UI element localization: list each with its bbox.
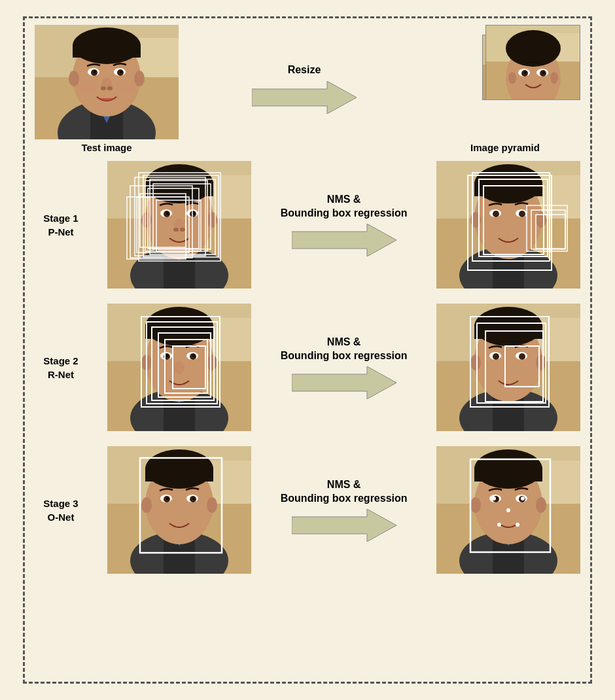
svg-point-207 <box>516 523 519 527</box>
svg-point-23 <box>116 80 136 94</box>
pyramid-col: Image pyramid <box>430 25 580 153</box>
svg-point-133 <box>207 355 217 370</box>
stage3-right-col <box>436 446 580 574</box>
svg-point-19 <box>107 86 113 90</box>
svg-point-157 <box>536 355 546 370</box>
svg-marker-24 <box>252 81 357 114</box>
stage3-input-box <box>107 446 251 574</box>
stage2-input-box <box>107 304 251 431</box>
stage3-arrow-area: NMS & Bounding box regression <box>272 478 416 542</box>
resize-arrow-area: Resize <box>232 63 376 114</box>
svg-point-201 <box>536 497 546 513</box>
stage2-label: Stage 2 R-Net <box>35 354 87 381</box>
svg-rect-100 <box>474 182 542 196</box>
svg-marker-140 <box>292 366 396 399</box>
svg-point-206 <box>497 523 501 527</box>
svg-point-57 <box>550 72 558 84</box>
stage3-left-col <box>107 446 251 574</box>
stage3-arrow <box>292 509 396 542</box>
resize-label: Resize <box>288 63 321 77</box>
svg-point-129 <box>166 355 169 357</box>
image-pyramid-caption: Image pyramid <box>470 142 540 153</box>
svg-point-177 <box>166 497 169 500</box>
svg-point-55 <box>542 71 545 74</box>
stage1-arrow-area: NMS & Bounding box regression <box>272 193 416 257</box>
stage1-nms-label: NMS & Bounding box regression <box>281 193 408 220</box>
svg-point-73 <box>166 212 169 215</box>
svg-point-178 <box>192 497 195 500</box>
svg-point-56 <box>508 72 516 84</box>
svg-point-130 <box>192 355 195 357</box>
test-image-caption: Test image <box>81 142 132 153</box>
stage1-left-col <box>107 161 251 289</box>
svg-point-200 <box>470 497 481 513</box>
svg-point-154 <box>493 353 499 360</box>
svg-point-179 <box>141 497 152 513</box>
row-1: Test image Resize <box>35 28 580 149</box>
stage1-output-box <box>436 161 580 289</box>
stage3-output-box <box>436 446 580 574</box>
stage2-output-box <box>436 304 580 431</box>
svg-point-104 <box>519 211 525 217</box>
svg-rect-172 <box>145 467 213 481</box>
stage2-left-col <box>107 304 251 431</box>
stage3-nms-label: NMS & Bounding box regression <box>281 478 408 506</box>
stage2-arrow-area: NMS & Bounding box regression <box>272 336 416 400</box>
svg-point-16 <box>120 71 122 73</box>
svg-point-131 <box>174 361 184 374</box>
svg-rect-193 <box>474 467 542 481</box>
svg-point-22 <box>77 80 97 94</box>
svg-point-204 <box>521 497 525 500</box>
svg-point-203 <box>492 497 496 500</box>
svg-point-103 <box>493 211 499 217</box>
stage2-right-col <box>436 304 580 431</box>
svg-point-76 <box>173 228 179 232</box>
svg-point-18 <box>101 86 106 90</box>
svg-point-180 <box>207 497 217 513</box>
svg-marker-182 <box>292 509 396 542</box>
row-3: Stage 2 R-Net <box>35 300 580 434</box>
image-pyramid-box <box>430 25 580 139</box>
svg-point-54 <box>524 71 527 74</box>
svg-point-20 <box>69 71 79 86</box>
row-4: Stage 3 O-Net <box>35 443 580 577</box>
svg-point-156 <box>470 355 481 370</box>
pyramid-img-1 <box>485 25 580 100</box>
resize-arrow <box>252 81 357 114</box>
svg-marker-92 <box>292 224 396 256</box>
stage3-label: Stage 3 O-Net <box>35 497 87 524</box>
stage1-label: Stage 1 P-Net <box>35 211 87 239</box>
svg-rect-10 <box>73 44 141 58</box>
stage1-right-col <box>436 161 580 289</box>
svg-point-155 <box>519 353 525 360</box>
stage1-arrow <box>292 224 396 256</box>
test-image-col: Test image <box>35 25 179 153</box>
stage1-input-box <box>107 161 251 289</box>
main-container: Test image Resize <box>23 16 592 684</box>
svg-point-15 <box>94 71 96 73</box>
test-image-box <box>35 25 179 139</box>
svg-point-77 <box>180 228 185 232</box>
svg-point-21 <box>134 71 145 86</box>
svg-point-205 <box>506 508 510 512</box>
stage2-nms-label: NMS & Bounding box regression <box>281 336 408 363</box>
stage2-arrow <box>292 366 396 399</box>
row-2: Stage 1 P-Net <box>35 158 580 292</box>
